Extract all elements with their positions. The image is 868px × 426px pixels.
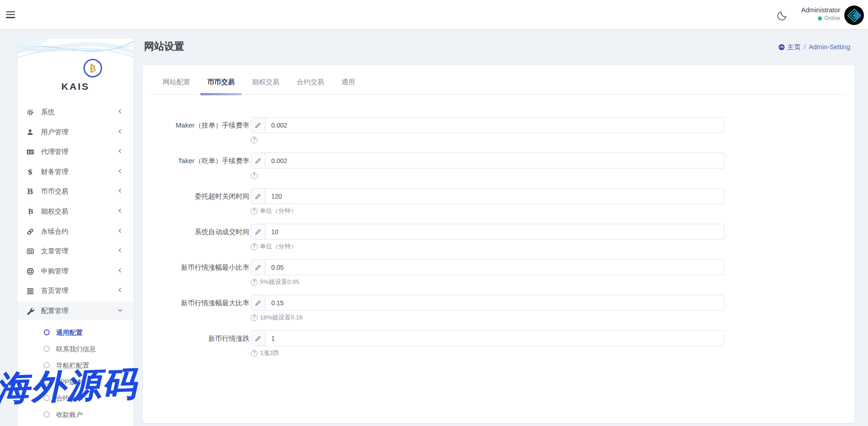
field-label-order-timeout: 委托超时关闭时间 bbox=[143, 188, 249, 204]
tab-site-config[interactable]: 网站配置 bbox=[155, 76, 197, 89]
brand-name: KAIS bbox=[17, 81, 134, 92]
chevron-left-icon bbox=[117, 228, 124, 234]
auto-deal-time-input[interactable] bbox=[265, 224, 724, 239]
sidebar-item-label: 文章管理 bbox=[41, 242, 68, 260]
sidebar-item-label: 首页管理 bbox=[41, 282, 68, 300]
sidebar-item-finance[interactable]: $ 财务管理 bbox=[17, 163, 134, 181]
pencil-icon[interactable] bbox=[251, 295, 265, 310]
bitcoin-icon: B bbox=[26, 207, 34, 216]
chevron-left-icon bbox=[117, 148, 124, 154]
sidebar-item-options-trade[interactable]: B 期权交易 bbox=[17, 202, 134, 221]
question-circle-icon: ? bbox=[251, 350, 258, 357]
pencil-icon[interactable] bbox=[251, 189, 265, 204]
field-hint: ? bbox=[251, 136, 260, 144]
sidebar-item-label: 申购管理 bbox=[41, 262, 68, 280]
pencil-icon[interactable] bbox=[251, 260, 265, 275]
field-label-taker-fee: Taker（吃单）手续费率 bbox=[143, 153, 249, 169]
field-label-maker-fee: Maker（挂单）手续费率 bbox=[143, 117, 249, 133]
question-circle-icon: ? bbox=[251, 208, 258, 215]
tab-contract-trade[interactable]: 合约交易 bbox=[289, 76, 331, 89]
sidebar-subitem-label: APP版本 bbox=[56, 375, 83, 389]
sidebar-item-articles[interactable]: 文章管理 bbox=[17, 242, 134, 260]
field-hint: ? 18%就设置0.18 bbox=[251, 313, 303, 322]
sidebar-item-perpetual[interactable]: 永续合约 bbox=[17, 222, 134, 241]
sidebar-subitem-navbar-config[interactable]: 导航栏配置 bbox=[17, 359, 134, 372]
topbar: Administrator Online bbox=[0, 0, 868, 29]
tab-general[interactable]: 通用 bbox=[334, 76, 362, 89]
hint-text: 单位（分钟） bbox=[260, 207, 297, 215]
pencil-icon[interactable] bbox=[251, 118, 265, 133]
sidebar-subitem-contract-share[interactable]: 合约分享 bbox=[17, 391, 134, 405]
rise-fall-input[interactable] bbox=[265, 331, 724, 346]
field-label-auto-deal-time: 系统自动成交时间 bbox=[143, 224, 249, 240]
pencil-icon[interactable] bbox=[251, 153, 265, 168]
hamburger-icon[interactable] bbox=[6, 10, 16, 20]
sidebar-subitem-label: 导航栏配置 bbox=[56, 359, 89, 372]
moon-icon[interactable] bbox=[776, 10, 789, 23]
svg-text:B: B bbox=[28, 208, 33, 215]
avatar[interactable] bbox=[844, 5, 864, 25]
taker-fee-input[interactable] bbox=[265, 153, 724, 168]
maker-fee-input[interactable] bbox=[265, 118, 724, 133]
chevron-left-icon bbox=[117, 128, 124, 135]
rise-fall-input-group bbox=[251, 330, 724, 346]
radio-circle-icon bbox=[44, 362, 50, 368]
wrench-icon bbox=[26, 307, 34, 315]
chevron-down-icon bbox=[117, 307, 124, 313]
radio-circle-icon bbox=[44, 346, 50, 352]
user-block: Administrator Online bbox=[801, 6, 840, 22]
sidebar-item-spot-trade[interactable]: B 币币交易 bbox=[17, 182, 134, 200]
sidebar-subitem-contact-info[interactable]: 联系我们信息 bbox=[17, 342, 134, 356]
tabs-divider bbox=[150, 94, 847, 95]
order-timeout-input[interactable] bbox=[265, 189, 724, 204]
hint-text: 单位（分钟） bbox=[260, 242, 297, 251]
question-circle-icon: ? bbox=[251, 172, 258, 179]
sidebar-subitem-label: 通用配置 bbox=[56, 326, 83, 339]
sidebar-item-label: 用户管理 bbox=[41, 123, 68, 141]
field-hint: ? 单位（分钟） bbox=[251, 207, 297, 215]
sidebar-item-system[interactable]: 系统 bbox=[17, 103, 134, 121]
radio-circle-icon bbox=[44, 411, 50, 417]
question-circle-icon: ? bbox=[251, 137, 258, 144]
question-circle-icon: ? bbox=[251, 279, 258, 286]
pencil-icon[interactable] bbox=[251, 331, 265, 346]
taker-fee-input-group bbox=[251, 153, 724, 169]
field-label-max-rise-ratio: 新币行情涨幅最大比率 bbox=[143, 295, 249, 311]
field-hint: ? 5%就设置0.05 bbox=[251, 278, 299, 286]
sidebar-item-homepage[interactable]: 首页管理 bbox=[17, 282, 134, 300]
sidebar-item-label: 代理管理 bbox=[41, 143, 68, 161]
field-hint: ? 1涨2跌 bbox=[251, 349, 279, 357]
life-ring-icon bbox=[26, 267, 34, 275]
pencil-icon[interactable] bbox=[251, 224, 265, 239]
link-icon bbox=[26, 227, 34, 236]
tab-options-trade[interactable]: 期权交易 bbox=[245, 76, 287, 89]
order-timeout-input-group bbox=[251, 188, 724, 204]
chevron-left-icon bbox=[117, 208, 124, 214]
question-circle-icon: ? bbox=[251, 243, 258, 250]
user-name: Administrator bbox=[801, 6, 840, 15]
gear-icon bbox=[26, 108, 34, 116]
chevron-left-icon bbox=[117, 168, 124, 175]
sidebar-subitem-payment-account[interactable]: 收款账户 bbox=[17, 408, 134, 421]
max-rise-ratio-input[interactable] bbox=[265, 295, 724, 310]
min-rise-ratio-input[interactable] bbox=[265, 260, 724, 275]
breadcrumb-home-link[interactable]: 主页 bbox=[778, 43, 801, 51]
page-title: 网站设置 bbox=[144, 40, 184, 53]
sidebar-subitem-label: 联系我们信息 bbox=[56, 342, 96, 356]
dashboard-icon bbox=[778, 44, 785, 51]
sidebar-item-users[interactable]: 用户管理 bbox=[17, 123, 134, 141]
sidebar-item-config[interactable]: 配置管理 bbox=[17, 302, 134, 320]
chevron-left-icon bbox=[117, 108, 124, 115]
sidebar-item-subscription[interactable]: 申购管理 bbox=[17, 262, 134, 280]
maker-fee-input-group bbox=[251, 117, 724, 133]
sidebar-subitem-general-config[interactable]: 通用配置 bbox=[17, 326, 134, 339]
settings-card: 网站配置 币币交易 期权交易 合约交易 通用 Maker（挂单）手续费率 ? T… bbox=[143, 65, 854, 423]
hint-text: 1涨2跌 bbox=[260, 349, 279, 357]
diamond-logo-icon bbox=[847, 9, 861, 22]
sidebar-wave-decoration bbox=[17, 39, 134, 62]
sidebar-item-agents[interactable]: 代理管理 bbox=[17, 143, 134, 161]
sidebar-subitem-app-version[interactable]: APP版本 bbox=[17, 375, 134, 389]
breadcrumb-current: Admin-Setting bbox=[809, 43, 850, 51]
tab-spot-trade[interactable]: 币币交易 bbox=[200, 76, 242, 89]
chevron-left-icon bbox=[117, 188, 124, 194]
